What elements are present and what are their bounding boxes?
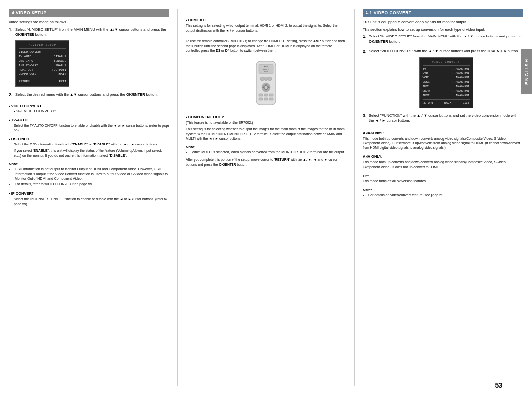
col3: 4-1 VIDEO CONVERT This unit is equipped …: [363, 9, 523, 386]
osd1-row-5: COMPO OUT2:MAIN: [19, 72, 66, 76]
col3-step3-text: Select "FUNCTION" with the ▲ / ▼ cursor …: [369, 113, 523, 124]
col1-bullet1-heading: VIDEO CONVERT: [9, 104, 169, 108]
col2-hdmi-heading: • HDMI OUT: [186, 18, 346, 22]
col1-bullet1-sub: "4-1 VIDEO CONVERT": [14, 109, 169, 114]
col3-section-header: 4-1 VIDEO CONVERT: [363, 9, 523, 17]
main-content: 4 VIDEO SETUP Video settings are made as…: [9, 9, 523, 386]
col3-step1-text: Select "4. VIDEO SETUP" from the MAIN ME…: [369, 34, 523, 44]
col1-note-label: Note:: [9, 162, 169, 166]
osd2-row-6: AUX2: ANA&HDMI: [423, 93, 470, 98]
col1-section-header: 4 VIDEO SETUP: [9, 9, 169, 17]
col1-note-item-2: For details, refer to"VIDEO CONVERT"on p…: [15, 182, 169, 186]
col3-note-label: Note:: [363, 188, 523, 192]
col1-step1-text: Select "4. VIDEO SETUP" from the MAIN ME…: [15, 27, 169, 37]
osd-screen-2: VIDEO CONVERT TV: ANA&HDMI DVD: ANA&HDMI…: [419, 57, 473, 108]
osd1-footer: RETURNEXIT: [19, 78, 66, 84]
col2-note-item-1: When MULTI is selected, video signals co…: [192, 150, 346, 154]
col1-bullet2-text: Select the TV AUTO ON/OFF function to en…: [14, 123, 169, 133]
col3-note-content: For details on video convert feature, se…: [363, 193, 523, 197]
svg-point-5: [260, 77, 264, 81]
page-container: 4 VIDEO SETUP Video settings are made as…: [0, 0, 532, 395]
col1-bullet4-heading: IP CONVERT: [9, 191, 169, 196]
svg-text:AMP: AMP: [264, 65, 268, 68]
col3-note: Note: For details on video convert featu…: [363, 188, 523, 198]
svg-rect-14: [259, 94, 263, 96]
osd2-row-4: AUX1: ANA&HDMI: [423, 84, 470, 89]
col2-component-text: This setting is for selecting whether to…: [186, 127, 346, 141]
col1-bullet3-text: Select the OSD information function to "…: [14, 142, 169, 147]
col3-step2-text: Select "VIDEO CONVERT" with the ▲ / ▼ cu…: [369, 49, 523, 54]
col2-note: Note: When MULTI is selected, video sign…: [186, 145, 346, 155]
osd2-row-1: DVD: ANA&HDMI: [423, 71, 470, 75]
page-number: 53: [495, 381, 502, 389]
svg-point-13: [265, 86, 268, 89]
col1-bullet4-text: Select the IP CONVERT ON/OFF function to…: [14, 197, 169, 206]
osd2-footer: RETURNBACKEXIT: [423, 99, 470, 105]
col3-intro2: This section explains how to set up conv…: [363, 27, 523, 33]
col1: 4 VIDEO SETUP Video settings are made as…: [9, 9, 169, 386]
col1-step1: 1. Select "4. VIDEO SETUP" from the MAIN…: [9, 27, 169, 90]
col1-note: Note: OSD information is not output to M…: [9, 162, 169, 187]
col3-note-item-1: For details on video convert feature, se…: [368, 193, 523, 197]
svg-rect-16: [269, 94, 273, 96]
col3-step3: 3. Select "FUNCTION" with the ▲ / ▼ curs…: [363, 113, 523, 126]
col3-ana-only-heading: ANA ONLY:: [363, 154, 523, 159]
col2-hdmi-extra: To use the remote controller (RC8001SR) …: [186, 39, 346, 53]
col3-step2: 2. Select "VIDEO CONVERT" with the ▲ / ▼…: [363, 49, 523, 111]
col3-step1-num: 1.: [363, 34, 367, 46]
col2-note-label: Note:: [186, 145, 346, 149]
svg-point-6: [264, 77, 268, 81]
osd1-row-2: OSD INFO:ENABLE: [19, 59, 66, 63]
svg-point-7: [268, 77, 272, 81]
col3-off-text: This mode turns off all conversion featu…: [363, 179, 523, 184]
col3-ana-only-text: This mode both up-converts and down-conv…: [363, 160, 523, 169]
col2-component-sub: (This feature is not available on the SR…: [186, 120, 346, 125]
osd1-row-4: HDMI OUT:OUTPUT1: [19, 68, 66, 72]
col3-step3-content: Select "FUNCTION" with the ▲ / ▼ cursor …: [369, 113, 523, 126]
svg-text:HDMI 1: HDMI 1: [263, 69, 269, 71]
osd1-title: 4.VIDEO SETUP: [19, 43, 66, 49]
divider-2: [354, 9, 355, 386]
osd2-title: VIDEO CONVERT: [423, 60, 470, 66]
col2-after-text: After you complete this portion of the s…: [186, 157, 346, 167]
col2: • HDMI OUT This setting is for selecting…: [186, 9, 346, 386]
col3-step3-num: 3.: [363, 113, 367, 126]
col3-step1-content: Select "4. VIDEO SETUP" from the MAIN ME…: [369, 34, 523, 46]
col2-component-heading: • COMPONENT OUT 2: [186, 115, 346, 119]
remote-image: AMP HDMI 1 D3 D4: [246, 59, 286, 108]
svg-text:D3  D4: D3 D4: [264, 71, 268, 73]
col1-bullet3-heading: OSD INFO: [9, 137, 169, 141]
divider-1: [177, 9, 178, 386]
osd2-row-3: DSS1: ANA&HDMI: [423, 80, 470, 84]
col1-bullet2-heading: TV-AUTO: [9, 118, 169, 122]
col1-step2: 2. Select the desired menu with the ▲▼ c…: [9, 92, 169, 100]
osd1-row-3: I/P CONVERT:ENABLE: [19, 63, 66, 68]
col1-bullet3-extra: If you select "ENABLE", this unit will d…: [14, 148, 169, 158]
col2-hdmi-text: This setting is for selecting which outp…: [186, 23, 346, 33]
col3-off-heading: Off:: [363, 174, 523, 178]
columns: 4 VIDEO SETUP Video settings are made as…: [9, 9, 523, 386]
col1-step2-num: 2.: [9, 92, 14, 100]
col2-note-content: When MULTI is selected, video signals co…: [186, 150, 346, 154]
col3-ana-hdmi-text: This mode both up-converts and down-conv…: [363, 136, 523, 150]
col3-ana-hdmi-heading: ANA&Hdmi:: [363, 131, 523, 135]
svg-rect-15: [264, 94, 268, 96]
col3-intro1: This unit is equipped to convert video s…: [363, 20, 523, 25]
col1-note-item-1: OSD information is not output to Monitor…: [15, 167, 169, 180]
svg-rect-17: [259, 98, 263, 100]
svg-rect-18: [264, 98, 268, 100]
osd2-row-0: TV: ANA&HDMI: [423, 67, 470, 71]
osd-screen-1: 4.VIDEO SETUP VIDEO CONVERT TV:AUTO:DISA…: [15, 40, 69, 87]
col1-step1-num: 1.: [9, 27, 14, 90]
osd2-row-2: VCR1: ANA&HDMI: [423, 75, 470, 80]
osd2-row-5: CD/R: ANA&HDMI: [423, 89, 470, 93]
col3-step2-num: 2.: [363, 49, 367, 111]
col3-step1: 1. Select "4. VIDEO SETUP" from the MAIN…: [363, 34, 523, 46]
col1-intro: Video settings are made as follows.: [9, 20, 169, 25]
svg-rect-19: [269, 98, 273, 100]
col1-step2-content: Select the desired menu with the ▲▼ curs…: [15, 92, 169, 100]
osd1-row-0: VIDEO CONVERT: [19, 50, 66, 54]
col1-note-content: OSD information is not output to Monitor…: [9, 167, 169, 186]
col3-step2-content: Select "VIDEO CONVERT" with the ▲ / ▼ cu…: [369, 49, 523, 111]
osd1-row-1: TV:AUTO:DISABLE: [19, 54, 66, 59]
